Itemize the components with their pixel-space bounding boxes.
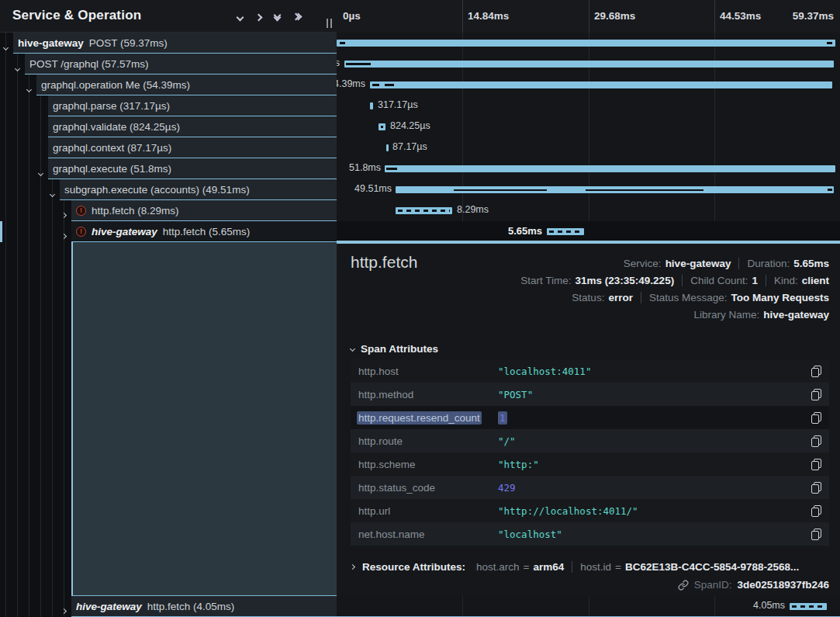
chevron-right-icon [350,563,355,569]
chevron-down-icon[interactable] [27,82,31,94]
attribute-key: net.host.name [358,529,498,540]
chevron-down-icon[interactable] [39,166,43,178]
tree-row-graphql-parse[interactable]: graphql.parse (317.17µs) [48,95,337,116]
indent-guide [29,33,29,617]
expand-all-icon[interactable] [293,14,301,19]
span-bar[interactable] [344,61,834,68]
span-bar[interactable] [396,186,834,193]
duration-label: 8.29ms [457,204,489,215]
tree-row-http-fetch-5ms-selected[interactable]: ! hive-gateway http.fetch (5.65ms) [71,221,337,242]
chevron-down-icon [350,346,355,352]
chevron-right-icon[interactable] [62,229,66,241]
tree-toolbar [237,0,301,33]
waterfall-row: 87.17µs [337,137,840,158]
span-bar[interactable] [547,228,584,235]
tree-row-graphql-context[interactable]: graphql.context (87.17µs) [48,137,337,158]
tree-row-graphql-validate[interactable]: graphql.validate (824.25µs) [48,116,337,137]
expand-one-icon[interactable] [256,9,261,23]
meta-value: hive-gateway [763,309,829,321]
tree-row-graphql-operation[interactable]: graphql.operation Me (54.39ms) [36,75,337,95]
ruler-label: 29.68ms [594,0,635,33]
span-label: http.fetch (8.29ms) [92,205,179,217]
meta-value: Too Many Requests [731,292,829,303]
tree-row-http-fetch-8ms[interactable]: ! http.fetch (8.29ms) [71,200,337,221]
attribute-value: "localhost:4011" [498,366,811,377]
span-label: http.fetch (4.05ms) [147,601,235,612]
copy-icon[interactable] [811,529,821,540]
chevron-down-icon[interactable] [50,187,54,199]
ruler-tick [589,0,589,33]
collapse-one-icon[interactable] [237,9,243,23]
copy-icon[interactable] [811,459,821,470]
duration-label: 317.17µs [378,99,418,110]
error-icon: ! [76,206,86,216]
span-id-value[interactable]: 3de02518937fb246 [737,579,829,591]
duration-label: 54.39ms [337,78,365,89]
meta-label: Duration: [747,258,790,269]
span-label: graphql.operation Me (54.39ms) [41,79,190,91]
timeline-ruler: 0µs 14.84ms 29.68ms 44.53ms 59.37ms [337,0,840,33]
meta-value: 31ms (23:35:49.225) [576,275,675,286]
attribute-key: http.request.resend_count [358,412,498,424]
waterfall-row: 317.17µs [337,95,840,116]
span-label: graphql.parse (317.17µs) [53,100,170,112]
meta-label: Start Time: [520,275,571,286]
tree-row-post-graphql[interactable]: POST /graphql (57.57ms) [25,54,337,75]
chevron-right-icon[interactable] [62,208,66,220]
copy-icon[interactable] [811,505,821,517]
span-attributes-header[interactable]: Span Attributes [351,343,438,355]
tree-row-http-fetch-4ms[interactable]: hive-gateway http.fetch (4.05ms) [71,596,337,617]
panel-resize-handle[interactable] [327,19,332,28]
indent-guide [40,33,41,617]
duration-label: 51.8ms [349,162,381,173]
attribute-key: http.status_code [358,482,498,494]
duration-label: 5.65ms [508,225,542,237]
span-bar[interactable] [385,165,835,172]
meta-label: Status: [572,292,604,303]
meta-value: error [608,292,633,303]
waterfall-row: 51.8ms [337,158,840,179]
span-bar[interactable] [790,603,827,610]
indent-guide [5,33,6,617]
section-title: Span Attributes [361,343,438,355]
resource-key: host.id [580,561,611,573]
resource-attributes-row[interactable]: Resource Attributes: host.arch = arm64 h… [351,556,799,577]
waterfall-row [337,33,840,54]
tree-row-hive-gateway-post[interactable]: hive-gateway POST (59.37ms) [13,33,337,54]
span-title: http.fetch [351,253,417,272]
collapse-all-icon[interactable] [275,12,280,20]
copy-icon[interactable] [811,389,821,400]
tree-row-graphql-execute[interactable]: graphql.execute (51.8ms) [48,158,337,179]
ruler-tick [462,0,463,33]
span-bar[interactable] [379,123,385,130]
resource-value: arm64 [533,561,564,573]
attribute-key: http.route [358,435,498,447]
chevron-right-icon[interactable] [62,604,66,615]
span-bar[interactable] [370,102,373,109]
span-bar[interactable] [396,207,452,214]
link-icon[interactable] [678,580,689,591]
chevron-down-icon[interactable] [4,40,8,52]
copy-icon[interactable] [811,435,821,447]
ruler-label: 0µs [343,0,361,33]
copy-icon[interactable] [811,482,821,494]
span-bar[interactable] [370,81,832,88]
span-bar[interactable] [386,144,389,151]
attribute-value: "POST" [498,389,811,400]
attribute-value: 429 [498,482,811,494]
tree-header: Service & Operation [0,0,337,33]
copy-icon[interactable] [811,412,821,424]
copy-icon[interactable] [811,366,821,377]
tree-row-subgraph-execute[interactable]: subgraph.execute (accounts) (49.51ms) [60,179,337,200]
ruler-label: 59.37ms [793,0,834,33]
span-id-label: SpanID: [694,579,732,591]
meta-value: hive-gateway [665,258,731,269]
service-name: hive-gateway [92,226,157,237]
duration-label: 57.57ms [337,57,340,68]
waterfall-row: 8.29ms [337,200,840,221]
span-label: graphql.execute (51.8ms) [53,163,171,175]
meta-label: Library Name: [693,309,759,321]
span-bar[interactable] [337,40,835,47]
chevron-down-icon[interactable] [16,61,19,73]
resource-key: host.arch [476,561,520,573]
